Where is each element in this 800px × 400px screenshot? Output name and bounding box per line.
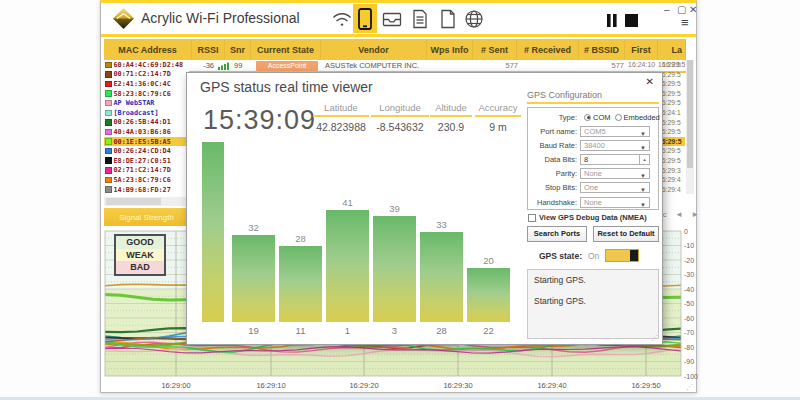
first-seen-value: 16:24:10 bbox=[628, 61, 655, 68]
mac-address-label: AP WebSTAR bbox=[114, 99, 155, 107]
column-header[interactable]: # Sent bbox=[473, 39, 517, 60]
device-color-swatch bbox=[105, 148, 112, 155]
spinner-buttons[interactable]: ▲▼ bbox=[639, 155, 649, 164]
stop-icon[interactable] bbox=[625, 13, 638, 31]
list-item[interactable]: 14:B9:68:FD:27 bbox=[104, 185, 189, 195]
nmea-checkbox[interactable]: View GPS Debug Data (NMEA) bbox=[528, 213, 647, 222]
inbox-icon[interactable] bbox=[380, 7, 404, 31]
y-axis-tick: -90 bbox=[684, 358, 694, 365]
stat-label: Accuracy bbox=[475, 102, 521, 117]
sent-value: 577 bbox=[480, 61, 518, 70]
column-header[interactable]: Vendor bbox=[321, 39, 427, 60]
snr-value: 99 bbox=[234, 61, 242, 70]
dropdown-parity[interactable]: None▼ bbox=[580, 168, 650, 179]
column-header[interactable]: First bbox=[625, 39, 658, 60]
dropdown-portname[interactable]: COM5▼ bbox=[580, 126, 650, 137]
chevron-down-icon: ▼ bbox=[640, 200, 646, 210]
scrollbar-thumb[interactable] bbox=[687, 60, 693, 168]
menu-icon[interactable]: ≡ bbox=[681, 16, 689, 29]
mobile-icon[interactable] bbox=[353, 4, 377, 33]
bar-value-label: 33 bbox=[420, 219, 463, 230]
device-color-swatch bbox=[105, 157, 112, 164]
close-icon[interactable]: ✕ bbox=[689, 5, 697, 15]
device-color-swatch bbox=[105, 100, 112, 107]
mac-address-label: 02:71:C2:14:7D bbox=[114, 166, 171, 174]
radio-embedded[interactable] bbox=[615, 114, 622, 121]
list-item[interactable]: 00:26:5B:44:D1 bbox=[104, 118, 189, 128]
dropdown-handshake[interactable]: None▼ bbox=[580, 197, 650, 208]
config-row: Data Bits:8▲▼ bbox=[528, 152, 658, 166]
y-axis-tick: -100 bbox=[684, 373, 698, 380]
list-item[interactable]: 5A:23:8C:79:C6 bbox=[104, 175, 189, 185]
gps-stat: Altitude230.9 bbox=[430, 102, 472, 133]
column-header[interactable]: # BSSID bbox=[579, 39, 625, 60]
scrollbar-thumb[interactable] bbox=[106, 198, 161, 205]
mac-address-label: 60:A4:4C:69:D2:48 bbox=[114, 61, 184, 69]
list-item[interactable]: 58:23:8C:79:C6 bbox=[104, 89, 189, 99]
mac-address-label: 40:4A:03:B6:86 bbox=[114, 128, 171, 136]
config-row: Baud Rate:38400▼ bbox=[528, 138, 658, 152]
document-icon[interactable] bbox=[436, 7, 460, 31]
mac-address-label: 00:26:5B:44:D1 bbox=[114, 118, 171, 126]
dialog-resize-grip[interactable]: ⋰ bbox=[651, 334, 659, 342]
mac-address-label: 00:71:C2:14:7D bbox=[114, 70, 171, 78]
bssid-value: 577 bbox=[582, 61, 624, 70]
signal-legend: GOODWEAKBAD bbox=[114, 234, 166, 276]
stat-label: Latitude bbox=[313, 102, 369, 117]
list-item[interactable]: 40:4A:03:B6:86 bbox=[104, 127, 189, 137]
pause-icon[interactable] bbox=[606, 13, 618, 31]
column-header[interactable]: Snr bbox=[225, 39, 251, 60]
y-axis-tick: -20 bbox=[684, 257, 694, 264]
tab-scroll-right-icon[interactable]: ► bbox=[691, 210, 699, 219]
gps-config-title: GPS Configuration bbox=[527, 90, 659, 104]
device-color-swatch bbox=[105, 62, 112, 69]
tab-scroll-left-icon[interactable]: ◄ bbox=[675, 210, 683, 219]
search-ports-button[interactable]: Search Ports bbox=[527, 226, 587, 242]
bar-category-label: 11 bbox=[279, 325, 322, 336]
column-header[interactable]: MAC Address bbox=[104, 39, 192, 60]
reset-to-default-button[interactable]: Reset to Default bbox=[593, 226, 659, 242]
horizontal-scrollbar[interactable] bbox=[104, 197, 189, 206]
list-item[interactable]: 00:26:24:CD:D4 bbox=[104, 146, 189, 156]
mac-address-list: 60:A4:4C:69:D2:4800:71:C2:14:7DE2:41:36:… bbox=[104, 60, 189, 194]
log-line: Starting GPS. bbox=[534, 296, 652, 306]
radio-label: COM bbox=[593, 113, 611, 122]
minimize-icon[interactable]: – bbox=[664, 5, 670, 15]
maximize-icon[interactable]: ▢ bbox=[677, 5, 686, 15]
list-item[interactable]: [Broadcast] bbox=[104, 108, 189, 118]
list-item[interactable]: AP WebSTAR bbox=[104, 98, 189, 108]
list-item[interactable]: 00:1E:E5:5B:A5 bbox=[104, 137, 189, 147]
list-item[interactable]: 00:71:C2:14:7D bbox=[104, 70, 189, 80]
column-header[interactable]: RSSI bbox=[192, 39, 225, 60]
bar bbox=[232, 235, 275, 322]
device-color-swatch bbox=[105, 119, 112, 126]
last-seen-cell[interactable]: 16:29:5 bbox=[658, 60, 685, 70]
checkbox-box[interactable] bbox=[528, 214, 536, 222]
tab-strip-overflow: Cc ◄ ► bbox=[657, 210, 699, 219]
mac-address-label: 14:B9:68:FD:27 bbox=[114, 186, 171, 194]
list-item[interactable]: 60:A4:4C:69:D2:48 bbox=[104, 60, 189, 70]
gps-dialog: ✕ GPS status real time viewer 15:39:09 L… bbox=[186, 72, 663, 345]
data-bits-stepper[interactable]: 8▲▼ bbox=[580, 154, 650, 165]
list-item[interactable]: 02:71:C2:14:7D bbox=[104, 166, 189, 176]
wifi-icon[interactable] bbox=[330, 7, 354, 31]
column-header[interactable]: Current State bbox=[251, 39, 321, 60]
close-icon[interactable]: ✕ bbox=[646, 76, 654, 87]
window-resize-grip[interactable]: ⋰ bbox=[686, 383, 694, 391]
column-header[interactable]: La bbox=[658, 39, 686, 60]
list-item[interactable]: E2:41:36:0C:4C bbox=[104, 79, 189, 89]
table-row[interactable]: -36 99 AccessPoint ASUSTek COMPUTER INC.… bbox=[104, 60, 693, 71]
list-item[interactable]: E8:DE:27:C0:51 bbox=[104, 156, 189, 166]
bar-value-label: 28 bbox=[279, 233, 322, 244]
column-header[interactable]: # Received bbox=[517, 39, 579, 60]
gps-state-toggle[interactable] bbox=[605, 249, 639, 262]
radio-com[interactable] bbox=[584, 114, 591, 121]
globe-icon[interactable] bbox=[462, 7, 486, 31]
tab-signal-strength[interactable]: Signal Strength bbox=[104, 208, 189, 226]
report-icon[interactable] bbox=[408, 7, 432, 31]
dropdown-baudrate[interactable]: 38400▼ bbox=[580, 140, 650, 151]
column-header[interactable]: Wps Info bbox=[427, 39, 473, 60]
vertical-scrollbar[interactable] bbox=[686, 60, 694, 194]
mac-address-label: 00:1E:E5:5B:A5 bbox=[114, 138, 171, 146]
dropdown-stopbits[interactable]: One▼ bbox=[580, 182, 650, 193]
